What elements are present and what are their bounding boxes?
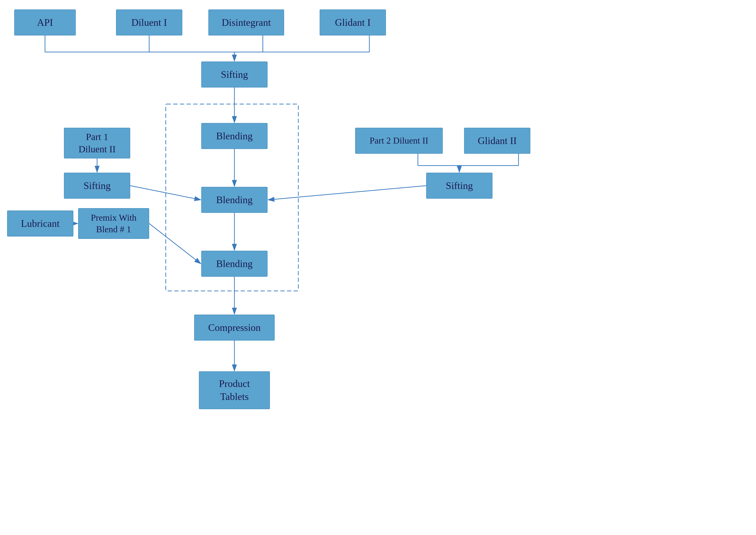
glidant1-box: Glidant I	[319, 10, 386, 36]
product-tablets-box: ProductTablets	[199, 371, 270, 409]
blending1-box: Blending	[201, 123, 267, 149]
api-box: API	[14, 10, 76, 36]
lubricant-box: Lubricant	[7, 211, 74, 237]
compression-box: Compression	[194, 315, 275, 341]
svg-line-18	[149, 223, 201, 264]
sifting2-box: Sifting	[64, 173, 130, 199]
arrows-svg	[0, 0, 756, 535]
part1-diluent2-box: Part 1Diluent II	[64, 128, 130, 158]
sifting1-box: Sifting	[201, 62, 267, 88]
premix-box: Premix WithBlend # 1	[78, 208, 149, 239]
part2-diluent2-box: Part 2 Diluent II	[355, 128, 443, 154]
disintegrant-box: Disintegrant	[208, 10, 284, 36]
glidant2-box: Glidant II	[464, 128, 530, 154]
svg-line-16	[268, 186, 426, 200]
sifting3-box: Sifting	[426, 173, 493, 199]
diluent1-box: Diluent I	[116, 10, 182, 36]
flowchart: API Diluent I Disintegrant Glidant I Sif…	[0, 0, 756, 535]
blending2-box: Blending	[201, 187, 267, 213]
blending3-box: Blending	[201, 251, 267, 277]
